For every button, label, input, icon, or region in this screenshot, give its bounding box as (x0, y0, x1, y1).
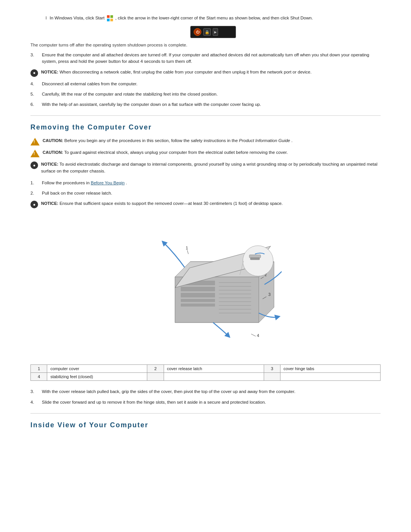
notice3-box: ● NOTICE: Ensure that sufficient space e… (30, 200, 381, 208)
removing-step1-item: 1. Follow the procedures in Before You B… (30, 180, 381, 186)
step4-number: 4. (30, 81, 42, 87)
bullet-dot: l (46, 16, 46, 20)
caution1-end: . (291, 138, 292, 143)
table-row-1: 1 computer cover 2 cover release latch 3… (31, 365, 381, 373)
removing-step1-text-before: Follow the procedures in (42, 181, 89, 185)
removing-step1-text: Follow the procedures in Before You Begi… (42, 180, 127, 186)
caution1-content: CAUTION: Before you begin any of the pro… (43, 137, 293, 144)
computer-cover-diagram: 1 2 3 4 (129, 216, 282, 357)
notice1-content: NOTICE: When disconnecting a network cab… (41, 69, 312, 75)
before-you-begin-link[interactable]: Before You Begin (91, 181, 125, 185)
removing-step2-item: 2. Pull back on the cover release latch. (30, 190, 381, 197)
notice2-label: NOTICE: (41, 162, 58, 166)
svg-line-29 (251, 334, 256, 336)
table-cell-num-3: 3 (264, 365, 280, 373)
notice3-text-content: Ensure that sufficient space exists to s… (59, 201, 283, 206)
caution1-triangle-icon (30, 138, 40, 145)
removing-step1-end: . (126, 181, 127, 185)
removing-step4-text: Slide the cover forward and up to remove… (42, 399, 266, 406)
caution2-box: CAUTION: To guard against electrical sho… (30, 149, 381, 157)
table-cell-label-2: cover release latch (164, 365, 264, 373)
removing-step3-text: With the cover release latch pulled back… (42, 388, 295, 395)
notice3-label: NOTICE: (41, 201, 58, 206)
notice1-icon: ● (30, 69, 38, 77)
step4-item: 4. Disconnect all external cables from t… (30, 81, 381, 87)
svg-rect-2 (107, 19, 110, 21)
table-cell-label-3: cover hinge tabs (280, 365, 381, 373)
vista-instruction-rest: , click the arrow in the lower-right cor… (115, 16, 313, 20)
notice3-content: NOTICE: Ensure that sufficient space exi… (41, 200, 283, 207)
svg-rect-1 (110, 15, 113, 18)
vista-start-bar-container: ⏻ 🔒 ▶ (46, 26, 381, 38)
caution2-text-content: To guard against electrical shock, alway… (64, 150, 288, 155)
svg-rect-8 (181, 287, 215, 291)
svg-point-30 (243, 246, 273, 276)
removing-cover-heading: Removing the Computer Cover (30, 123, 381, 131)
table-cell-num-5 (147, 373, 164, 381)
step6-item: 6. With the help of an assistant, carefu… (30, 101, 381, 108)
vista-start-bar: ⏻ 🔒 ▶ (190, 26, 236, 38)
table-cell-num-2: 2 (147, 365, 164, 373)
notice1-box: ● NOTICE: When disconnecting a network c… (30, 69, 381, 77)
table-cell-label-5 (164, 373, 264, 381)
caution1-text-content: Before you begin any of the procedures i… (64, 138, 238, 143)
removing-step3-item: 3. With the cover release latch pulled b… (30, 388, 381, 395)
svg-rect-3 (110, 19, 113, 21)
svg-line-26 (187, 250, 188, 254)
shutdown-complete-text: The computer turns off after the operati… (30, 43, 381, 47)
step4-text: Disconnect all external cables from the … (42, 81, 137, 87)
computer-diagram-container: 1 2 3 4 (30, 216, 381, 357)
svg-text:1: 1 (186, 246, 188, 250)
svg-rect-11 (181, 304, 215, 307)
step6-number: 6. (30, 101, 42, 108)
table-cell-label-6 (280, 373, 381, 381)
vista-windows-logo (107, 15, 113, 21)
removing-step2-text: Pull back on the cover release latch. (42, 190, 112, 197)
removing-step4-number: 4. (30, 399, 42, 406)
vista-instruction-start: In Windows Vista, click Start (49, 16, 104, 20)
caution2-content: CAUTION: To guard against electrical sho… (43, 149, 288, 156)
svg-text:4: 4 (257, 333, 259, 338)
caution1-guide: Product Information Guide (239, 138, 290, 143)
vista-instruction-text: In Windows Vista, click Start , click th… (49, 15, 313, 21)
step3-number: 3. (30, 52, 42, 65)
table-cell-label-1: computer cover (47, 365, 147, 373)
notice2-icon: ● (30, 161, 38, 169)
notice1-label: NOTICE: (41, 70, 58, 74)
table-cell-num-1: 1 (31, 365, 47, 373)
vista-arrow-button: ▶ (213, 28, 218, 36)
removing-step1-number: 1. (30, 180, 42, 186)
parts-table: 1 computer cover 2 cover release latch 3… (30, 364, 381, 381)
notice1-text-content: When disconnecting a network cable, firs… (59, 70, 311, 74)
step6-text: With the help of an assistant, carefully… (42, 101, 261, 108)
notice3-icon: ● (30, 201, 38, 208)
removing-step4-item: 4. Slide the cover forward and up to rem… (30, 399, 381, 406)
svg-rect-0 (107, 15, 110, 18)
svg-rect-9 (181, 293, 215, 297)
svg-rect-10 (181, 299, 215, 302)
step5-number: 5. (30, 91, 42, 97)
caution1-label: CAUTION: (43, 138, 63, 143)
vista-power-button: ⏻ (194, 28, 201, 36)
vista-lock-button: 🔒 (203, 28, 211, 36)
table-cell-num-6 (264, 373, 280, 381)
notice2-content: NOTICE: To avoid electrostatic discharge… (41, 161, 381, 174)
svg-rect-31 (249, 255, 261, 258)
step3-item: 3. Ensure that the computer and all atta… (30, 52, 381, 65)
notice2-box: ● NOTICE: To avoid electrostatic dischar… (30, 161, 381, 174)
table-row-2: 4 stabilizing feet (closed) (31, 373, 381, 381)
removing-step2-number: 2. (30, 190, 42, 197)
removing-step3-number: 3. (30, 388, 42, 395)
step3-text: Ensure that the computer and all attache… (42, 52, 381, 65)
section-divider-2 (30, 413, 381, 414)
svg-text:3: 3 (268, 292, 271, 297)
inside-view-heading: Inside View of Your Computer (30, 421, 381, 429)
caution2-label: CAUTION: (43, 150, 63, 155)
table-cell-num-4: 4 (31, 373, 47, 381)
caution2-triangle-icon (30, 150, 40, 157)
step5-item: 5. Carefully, lift the rear of the compu… (30, 91, 381, 97)
step5-text: Carefully, lift the rear of the computer… (42, 91, 218, 97)
section-divider (30, 115, 381, 116)
caution1-box: CAUTION: Before you begin any of the pro… (30, 137, 381, 145)
table-cell-label-4: stabilizing feet (closed) (47, 373, 147, 381)
